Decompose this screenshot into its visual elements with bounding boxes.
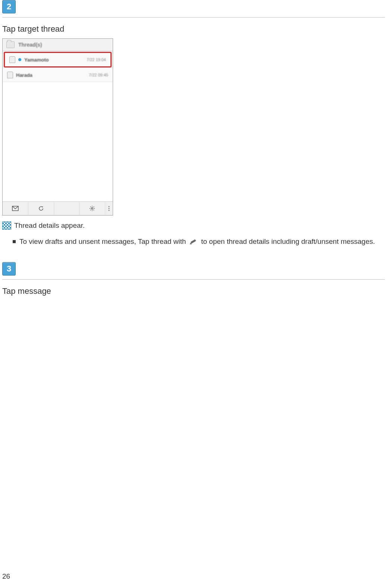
step-badge-2: 2 <box>2 0 16 13</box>
svg-point-12 <box>109 210 110 211</box>
page-number: 26 <box>2 572 10 581</box>
svg-line-9 <box>94 207 94 207</box>
svg-line-6 <box>90 207 91 207</box>
step-3-title: Tap message <box>2 286 385 296</box>
refresh-icon[interactable] <box>28 202 54 215</box>
settings-icon[interactable] <box>79 202 105 215</box>
pencil-icon <box>190 239 198 245</box>
step-3-block: 3 Tap message <box>2 262 385 296</box>
thread-time: 7/22 19:04 <box>87 57 106 62</box>
more-icon[interactable] <box>105 202 113 215</box>
thread-name: Yamamoto <box>24 57 84 63</box>
result-flag-icon <box>2 221 11 230</box>
result-text: Thread details appear. <box>14 221 85 230</box>
thread-row[interactable]: Harada 7/22 09:45 <box>3 68 113 82</box>
folder-icon <box>6 41 15 48</box>
thread-name: Harada <box>16 72 86 78</box>
status-dot-icon <box>18 58 21 61</box>
phone-header: Thread(s) <box>3 39 113 51</box>
phone-screenshot: Thread(s) Yamamoto 7/22 19:04 Harada 7/2… <box>2 38 113 216</box>
thread-time: 7/22 09:45 <box>89 73 108 77</box>
note-text-after: to open thread details including draft/u… <box>201 238 375 245</box>
note-text: To view drafts and unsent messages, Tap … <box>19 236 375 247</box>
step-2-title: Tap target thread <box>2 24 385 34</box>
svg-point-1 <box>91 208 93 209</box>
bullet-icon <box>13 240 16 243</box>
phone-body-empty <box>3 82 113 201</box>
result-line: Thread details appear. <box>2 221 385 230</box>
blank-toolbar-slot <box>54 202 80 215</box>
compose-icon[interactable] <box>3 202 28 215</box>
contact-icon <box>7 72 13 78</box>
svg-line-8 <box>90 210 91 210</box>
phone-header-title: Thread(s) <box>18 42 42 48</box>
phone-toolbar <box>3 201 113 215</box>
contact-icon <box>9 56 15 63</box>
svg-point-10 <box>109 206 110 207</box>
divider <box>2 17 385 18</box>
note-list: To view drafts and unsent messages, Tap … <box>13 236 385 247</box>
svg-line-7 <box>94 210 94 210</box>
thread-row-active[interactable]: Yamamoto 7/22 19:04 <box>4 52 112 67</box>
step-badge-3: 3 <box>2 262 16 276</box>
svg-point-11 <box>109 208 110 209</box>
note-text-before: To view drafts and unsent messages, Tap … <box>19 238 186 245</box>
divider <box>2 279 385 280</box>
note-item: To view drafts and unsent messages, Tap … <box>13 236 385 247</box>
step-2-block: 2 Tap target thread Thread(s) Yamamoto 7… <box>2 0 385 247</box>
